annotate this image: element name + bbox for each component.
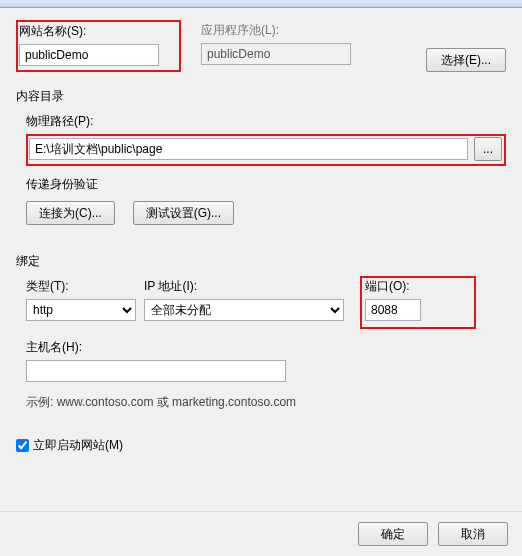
site-name-input[interactable] (19, 44, 159, 66)
content-directory-title: 内容目录 (16, 88, 506, 105)
auth-title: 传递身份验证 (26, 176, 506, 193)
connect-as-button[interactable]: 连接为(C)... (26, 201, 115, 225)
auto-start-checkbox[interactable] (16, 439, 29, 452)
content-directory-group: 内容目录 物理路径(P): ... 传递身份验证 连接为(C)... 测试设置(… (16, 88, 506, 225)
port-input[interactable] (365, 299, 421, 321)
auto-start-label: 立即启动网站(M) (33, 437, 123, 454)
window-titlebar (0, 0, 522, 8)
ok-button[interactable]: 确定 (358, 522, 428, 546)
physical-path-label: 物理路径(P): (26, 113, 506, 130)
browse-path-button[interactable]: ... (474, 137, 502, 161)
app-pool-label: 应用程序池(L): (201, 22, 376, 39)
add-website-dialog: 网站名称(S): 应用程序池(L): 选择(E)... 内容目录 物理路径(P)… (0, 8, 522, 556)
port-label: 端口(O): (365, 278, 421, 295)
site-name-label: 网站名称(S): (19, 23, 176, 40)
auto-start-row: 立即启动网站(M) (16, 437, 506, 454)
hostname-input[interactable] (26, 360, 286, 382)
cancel-button[interactable]: 取消 (438, 522, 508, 546)
top-row: 网站名称(S): 应用程序池(L): 选择(E)... (16, 22, 506, 72)
physical-path-input[interactable] (29, 138, 468, 160)
binding-title: 绑定 (16, 253, 506, 270)
binding-group: 绑定 类型(T): http IP 地址(I): 全部未分配 端 (16, 253, 506, 411)
select-app-pool-button[interactable]: 选择(E)... (426, 48, 506, 72)
test-settings-button[interactable]: 测试设置(G)... (133, 201, 234, 225)
dialog-footer: 确定 取消 (0, 511, 522, 556)
type-select[interactable]: http (26, 299, 136, 321)
ip-select[interactable]: 全部未分配 (144, 299, 344, 321)
app-pool-input (201, 43, 351, 65)
type-label: 类型(T): (26, 278, 136, 295)
hostname-example: 示例: www.contoso.com 或 marketing.contoso.… (26, 394, 506, 411)
hostname-label: 主机名(H): (26, 339, 506, 356)
ip-label: IP 地址(I): (144, 278, 344, 295)
